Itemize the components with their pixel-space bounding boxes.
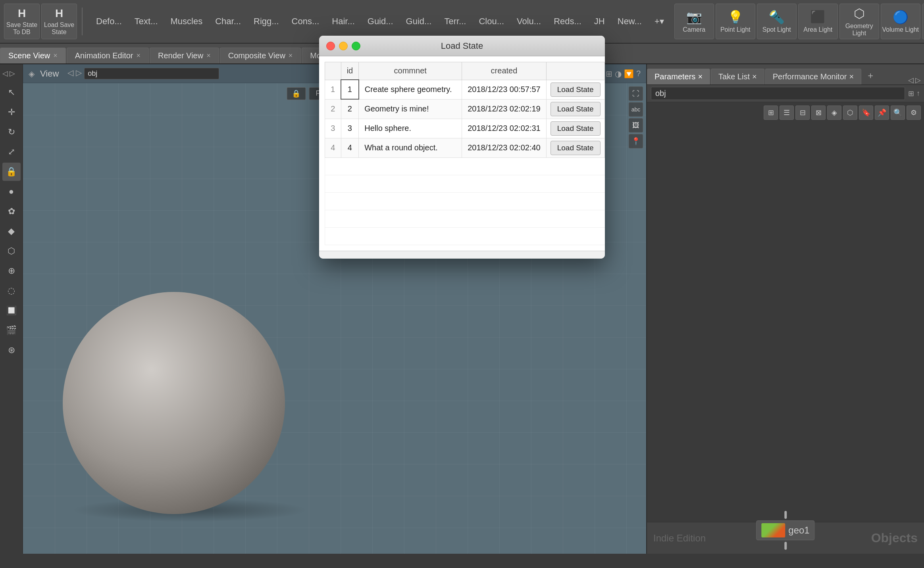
row-1-created: 2018/12/23 00:57:57 bbox=[462, 80, 547, 99]
view-filter-btn[interactable]: 🔽 bbox=[624, 69, 634, 79]
view-grid-btn[interactable]: ⊞ bbox=[606, 69, 612, 79]
lock-icon[interactable]: 🔒 bbox=[287, 87, 306, 100]
sidebar-icon-move[interactable]: ✛ bbox=[2, 103, 21, 121]
sidebar-icon-circle[interactable]: ◌ bbox=[2, 282, 21, 300]
ri-btn-7[interactable]: 🔖 bbox=[859, 106, 873, 120]
ri-btn-1[interactable]: ⊞ bbox=[764, 106, 778, 120]
vp-expand-btn[interactable]: ⛶ bbox=[629, 86, 643, 101]
geo-node-body[interactable]: geo1 bbox=[756, 520, 814, 540]
ri-btn-4[interactable]: ⊠ bbox=[811, 106, 826, 120]
point-light-button[interactable]: 💡 Point Light bbox=[716, 4, 755, 39]
sidebar-icon-rect[interactable]: 🔲 bbox=[2, 301, 21, 320]
sidebar-icon-dot[interactable]: ● bbox=[2, 182, 21, 201]
dialog-scrollbar[interactable] bbox=[319, 251, 605, 259]
sidebar-icon-lock[interactable]: 🔒 bbox=[2, 163, 21, 181]
row-3-delete-cell: Delete bbox=[604, 119, 605, 138]
tab-take-list-close[interactable]: × bbox=[752, 72, 757, 81]
camera-button[interactable]: 📷 Camera bbox=[674, 4, 714, 39]
sidebar-icon-scale[interactable]: ⤢ bbox=[2, 143, 21, 161]
sidebar-icon-flower[interactable]: ✿ bbox=[2, 202, 21, 221]
ri-btn-2[interactable]: ☰ bbox=[780, 106, 794, 120]
menu-text[interactable]: Text... bbox=[131, 15, 161, 28]
ri-btn-8[interactable]: 📌 bbox=[875, 106, 889, 120]
menu-muscles[interactable]: Muscles bbox=[167, 15, 206, 28]
vp-pin-btn[interactable]: 📍 bbox=[629, 134, 643, 148]
right-path-input[interactable]: obj bbox=[651, 87, 905, 100]
area-light-button[interactable]: ⬛ Area Light bbox=[798, 4, 838, 39]
menu-hair[interactable]: Hair... bbox=[329, 15, 358, 28]
distant-light-button[interactable]: ☀ Distant Light bbox=[922, 4, 924, 39]
camera-icon: 📷 bbox=[686, 10, 702, 25]
row-2-load-button[interactable]: Load State bbox=[551, 102, 601, 116]
menu-guid1[interactable]: Guid... bbox=[364, 15, 397, 28]
menu-char[interactable]: Char... bbox=[212, 15, 244, 28]
right-tab-add[interactable]: + bbox=[862, 67, 879, 84]
tab-performance-monitor-close[interactable]: × bbox=[849, 72, 854, 81]
dialog-minimize-button[interactable] bbox=[339, 42, 348, 50]
row-3-load-button[interactable]: Load State bbox=[551, 121, 601, 136]
menu-volu[interactable]: Volu... bbox=[514, 15, 544, 28]
sidebar-icon-select[interactable]: ↖ bbox=[2, 83, 21, 102]
ri-btn-9[interactable]: 🔍 bbox=[891, 106, 905, 120]
load-state-button[interactable]: H Load Save State bbox=[41, 4, 77, 39]
sidebar-icon-hex[interactable]: ⬡ bbox=[2, 242, 21, 260]
dialog-close-button[interactable] bbox=[326, 42, 335, 50]
ri-btn-10[interactable]: ⚙ bbox=[907, 106, 921, 120]
tab-composite-view-close[interactable]: × bbox=[289, 52, 293, 60]
vp-abc-btn[interactable]: abc bbox=[629, 102, 643, 117]
menu-rigg[interactable]: Rigg... bbox=[250, 15, 282, 28]
tab-render-view[interactable]: Render View × bbox=[150, 48, 219, 63]
nav-back-button[interactable]: ◁ bbox=[2, 69, 8, 78]
view-path-input[interactable]: obj bbox=[84, 68, 219, 79]
right-nav-back[interactable]: ◁ bbox=[908, 76, 914, 84]
vp-image-btn[interactable]: 🖼 bbox=[629, 118, 643, 132]
menu-new[interactable]: New... bbox=[614, 15, 645, 28]
right-path-btn2[interactable]: ↑ bbox=[916, 89, 920, 98]
spot-light-button[interactable]: 🔦 Spot Light bbox=[757, 4, 797, 39]
tab-composite-view[interactable]: Composite View × bbox=[220, 48, 301, 63]
menu-plus[interactable]: +▾ bbox=[651, 15, 667, 28]
tab-render-view-close[interactable]: × bbox=[206, 52, 211, 60]
row-4-load-button[interactable]: Load State bbox=[551, 141, 601, 155]
geometry-light-button[interactable]: ⬡ Geometry Light bbox=[839, 4, 879, 39]
table-row: 2 2 Geometry is mine! 2018/12/23 02:02:1… bbox=[325, 99, 605, 119]
right-path-btn1[interactable]: ⊞ bbox=[908, 89, 914, 98]
menu-defo[interactable]: Defo... bbox=[93, 15, 125, 28]
tab-parameters[interactable]: Parameters × bbox=[647, 69, 710, 84]
menu-guid2[interactable]: Guid... bbox=[403, 15, 435, 28]
row-4-load-cell: Load State bbox=[546, 138, 604, 157]
view-icon[interactable]: ◈ bbox=[29, 69, 35, 79]
view-shade-btn[interactable]: ◑ bbox=[615, 69, 622, 79]
view-help-btn[interactable]: ? bbox=[636, 69, 641, 79]
tab-parameters-close[interactable]: × bbox=[698, 72, 703, 81]
tab-animation-editor-close[interactable]: × bbox=[137, 52, 141, 60]
nav-forward-button[interactable]: ▷ bbox=[10, 69, 15, 78]
row-1-num: 1 bbox=[325, 80, 341, 99]
menu-reds[interactable]: Reds... bbox=[551, 15, 585, 28]
row-1-load-button[interactable]: Load State bbox=[551, 83, 601, 97]
sidebar-icon-crosshair[interactable]: ⊕ bbox=[2, 262, 21, 280]
dialog-maximize-button[interactable] bbox=[352, 42, 360, 50]
save-state-button[interactable]: H Save State To DB bbox=[4, 4, 40, 39]
sidebar-icon-star[interactable]: ⊛ bbox=[2, 341, 21, 359]
tab-take-list[interactable]: Take List × bbox=[711, 69, 764, 84]
sidebar-icon-rotate[interactable]: ↻ bbox=[2, 123, 21, 141]
menu-terr[interactable]: Terr... bbox=[441, 15, 469, 28]
view-ctrl-arrow-right[interactable]: ▷ bbox=[76, 68, 82, 79]
menu-cons[interactable]: Cons... bbox=[289, 15, 323, 28]
ri-btn-5[interactable]: ◈ bbox=[827, 106, 841, 120]
ri-btn-6[interactable]: ⬡ bbox=[843, 106, 857, 120]
tab-performance-monitor[interactable]: Performance Monitor × bbox=[765, 69, 861, 84]
menu-clou[interactable]: Clou... bbox=[475, 15, 507, 28]
ri-btn-3[interactable]: ⊟ bbox=[795, 106, 810, 120]
sidebar-icon-camera[interactable]: 🎬 bbox=[2, 321, 21, 340]
tab-scene-view[interactable]: Scene View × bbox=[0, 48, 66, 63]
view-ctrl-arrow-left[interactable]: ◁ bbox=[67, 68, 73, 79]
tab-scene-view-close[interactable]: × bbox=[53, 52, 58, 60]
sidebar-icon-diamond[interactable]: ◆ bbox=[2, 222, 21, 240]
volume-light-button[interactable]: 🔵 Volume Light bbox=[881, 4, 920, 39]
tab-animation-editor[interactable]: Animation Editor × bbox=[67, 48, 149, 63]
right-nav-forward[interactable]: ▷ bbox=[915, 76, 921, 84]
geometry-light-icon: ⬡ bbox=[854, 6, 865, 21]
menu-jh[interactable]: JH bbox=[591, 15, 608, 28]
